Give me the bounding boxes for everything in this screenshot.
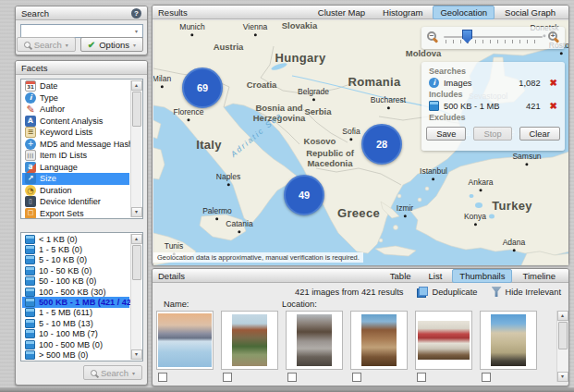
geolocation-map[interactable]: SlovakiaAustriaHungaryRomaniaMoldovaCroa… xyxy=(153,20,568,265)
thumbnail-2[interactable] xyxy=(221,311,278,370)
thumbnail-3[interactable] xyxy=(286,311,343,370)
facet-value-10-100-mb-7[interactable]: 10 - 100 MB (7) xyxy=(22,329,129,339)
stop-button[interactable]: Stop xyxy=(473,127,511,141)
facet-value-10-50-kb-0[interactable]: 10 - 50 KB (0) xyxy=(22,265,129,276)
facet-value-1-5-kb-0[interactable]: 1 - 5 KB (0) xyxy=(22,244,129,254)
deduplicate-button[interactable]: Deduplicate xyxy=(417,287,477,298)
facet-value-1-5-mb-611[interactable]: 1 - 5 MB (611) xyxy=(22,308,129,318)
scroll-thumb[interactable] xyxy=(132,245,141,280)
tab-thumbnails[interactable]: Thumbnails xyxy=(452,269,512,283)
facet-category-label: Device Identifier xyxy=(40,197,101,206)
facet-category-list[interactable]: 31DateiType✎AuthorAContent Analysis≡Keyw… xyxy=(20,79,143,219)
facet-value-label: 1 - 5 MB (611) xyxy=(39,308,92,317)
facet-value-5-10-kb-0[interactable]: 5 - 10 KB (0) xyxy=(22,255,129,265)
slider-track[interactable] xyxy=(444,36,543,38)
facet-value-scrollbar[interactable] xyxy=(130,234,141,360)
map-zoom-slider[interactable] xyxy=(421,27,565,49)
facet-value-5-10-mb-13[interactable]: 5 - 10 MB (13) xyxy=(22,318,129,328)
map-cluster-bubble-69[interactable]: 69 xyxy=(182,67,223,108)
facets-panel-header: Facets xyxy=(16,61,147,75)
legend-searches-rows: iImages1,082 xyxy=(429,78,557,88)
chevron-down-icon[interactable] xyxy=(130,28,142,34)
details-scrollbar[interactable] xyxy=(556,311,568,382)
zoom-in-icon[interactable] xyxy=(548,31,557,41)
thumbnail-1[interactable] xyxy=(156,311,214,370)
facet-category-keyword-lists[interactable]: ≡Keyword Lists xyxy=(22,127,129,139)
hide-irrelevant-button[interactable]: Hide Irrelevant xyxy=(492,287,561,297)
thumbnail-checkbox[interactable] xyxy=(158,373,167,382)
results-summary: 421 images from 421 results xyxy=(295,288,403,297)
facet-value-list[interactable]: < 1 KB (0)1 - 5 KB (0)5 - 10 KB (0)10 - … xyxy=(20,232,143,361)
magnifier-icon xyxy=(91,370,97,376)
tab-social-graph[interactable]: Social Graph xyxy=(497,6,563,19)
thumbnail-checkbox[interactable] xyxy=(287,373,297,382)
folder-icon xyxy=(25,245,35,254)
facet-value-100-500-mb-0[interactable]: 100 - 500 MB (0) xyxy=(22,339,129,349)
folder-icon xyxy=(429,101,439,111)
facet-category-export-sets[interactable]: □Export Sets xyxy=(22,208,129,220)
folder-icon xyxy=(25,266,35,276)
scroll-down-icon[interactable] xyxy=(557,372,568,382)
thumbnail-image xyxy=(491,314,526,366)
tab-list[interactable]: List xyxy=(421,269,450,283)
facet-category-md5-and-message-hash[interactable]: +MD5 and Message Hash xyxy=(22,139,129,151)
tab-cluster-map[interactable]: Cluster Map xyxy=(311,6,372,19)
facet-value-1-kb-0[interactable]: < 1 KB (0) xyxy=(22,234,129,244)
facet-value-500-mb-0[interactable]: > 500 MB (0) xyxy=(22,349,129,360)
facet-category-item-id-lists[interactable]: |||Item ID Lists xyxy=(22,150,129,162)
scroll-up-icon[interactable] xyxy=(557,311,568,321)
results-panel-header: Results Cluster MapHistogramGeolocationS… xyxy=(153,6,568,19)
scroll-up-icon[interactable] xyxy=(131,234,142,244)
thumbnail-5[interactable] xyxy=(415,311,472,370)
dropdown-arrow-icon xyxy=(66,42,68,48)
scroll-thumb[interactable] xyxy=(132,92,141,127)
tab-timeline[interactable]: Timeline xyxy=(515,269,563,283)
scroll-up-icon[interactable] xyxy=(131,80,142,91)
remove-icon[interactable] xyxy=(550,102,557,111)
clear-button[interactable]: Clear xyxy=(519,127,560,141)
tab-histogram[interactable]: Histogram xyxy=(375,6,430,19)
facet-category-scrollbar[interactable] xyxy=(130,80,141,217)
map-cluster-bubble-49[interactable]: 49 xyxy=(284,175,324,215)
facet-category-size[interactable]: ↗Size xyxy=(22,173,129,185)
tab-geolocation[interactable]: Geolocation xyxy=(433,6,495,19)
facet-value-label: 5 - 10 MB (13) xyxy=(39,319,93,328)
scroll-down-icon[interactable] xyxy=(131,349,142,360)
facet-value-50-100-kb-0[interactable]: 50 - 100 KB (0) xyxy=(22,276,129,287)
thumbnail-checkbox[interactable] xyxy=(482,373,491,382)
thumbnail-checkbox[interactable] xyxy=(223,373,232,382)
thumbnail-6[interactable] xyxy=(480,311,537,370)
options-button[interactable]: Options xyxy=(80,37,143,52)
thumbnail-checkbox[interactable] xyxy=(417,373,426,382)
scroll-down-icon[interactable] xyxy=(131,207,142,217)
facet-category-label: Duration xyxy=(40,186,72,195)
facet-category-duration[interactable]: ◔Duration xyxy=(22,185,129,197)
map-cluster-bubble-28[interactable]: 28 xyxy=(361,124,402,165)
save-button[interactable]: Save xyxy=(426,127,466,141)
scroll-thumb[interactable] xyxy=(558,322,568,349)
thumbnail-image xyxy=(297,314,332,366)
search-combobox[interactable] xyxy=(20,24,143,38)
facet-category-language[interactable]: aLanguage xyxy=(22,162,129,174)
thumbnail-4[interactable] xyxy=(350,311,408,370)
thumbnail-checkbox[interactable] xyxy=(352,373,361,382)
remove-icon[interactable] xyxy=(550,79,557,88)
filter-funnel-icon xyxy=(492,287,502,297)
facet-value-500-kb-1-mb-421-421[interactable]: 500 KB - 1 MB (421 / 421) xyxy=(22,297,129,307)
search-button[interactable]: Search xyxy=(17,37,76,52)
facet-value-label: 100 - 500 KB (30) xyxy=(39,288,106,297)
facet-category-content-analysis[interactable]: AContent Analysis xyxy=(22,116,129,128)
search-panel-title: Search xyxy=(21,8,49,18)
facet-category-author[interactable]: ✎Author xyxy=(22,104,129,116)
facet-category-device-identifier[interactable]: ▯Device Identifier xyxy=(22,196,129,208)
tab-table[interactable]: Table xyxy=(383,269,419,283)
facet-search-button[interactable]: Search xyxy=(83,365,142,380)
zoom-out-icon[interactable] xyxy=(427,31,436,41)
facet-value-100-500-kb-30[interactable]: 100 - 500 KB (30) xyxy=(22,287,129,297)
facet-category-type[interactable]: iType xyxy=(22,92,129,104)
magnifier-icon xyxy=(24,42,31,48)
search-input[interactable] xyxy=(21,26,130,36)
facet-category-date[interactable]: 31Date xyxy=(22,80,129,92)
folder-icon xyxy=(25,235,35,244)
help-icon[interactable] xyxy=(131,8,141,18)
